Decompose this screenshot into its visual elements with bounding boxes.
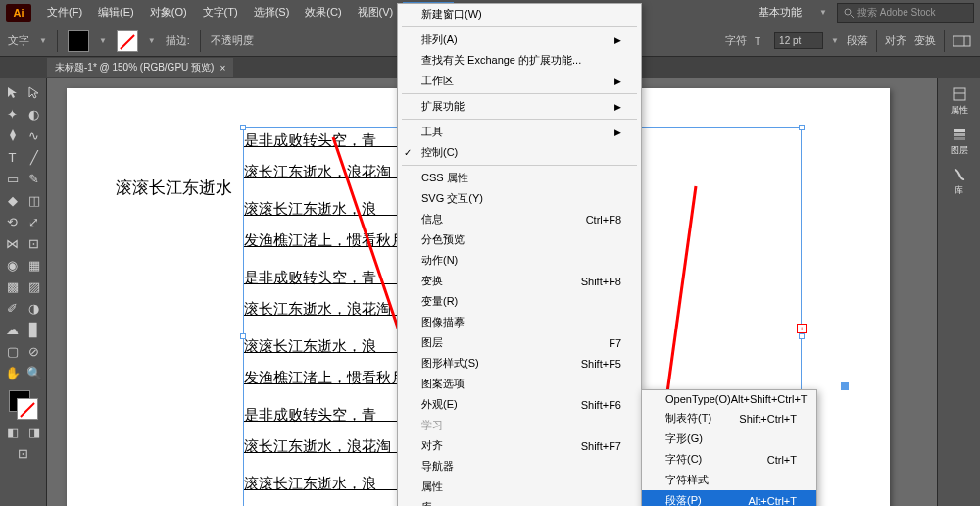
align-label[interactable]: 对齐: [885, 33, 906, 48]
anchor-point[interactable]: [841, 382, 849, 390]
tool-perspective[interactable]: ▦: [24, 255, 44, 275]
dropdown-item[interactable]: 属性: [398, 477, 641, 497]
svg-line-1: [851, 15, 854, 18]
menu-item[interactable]: 文字(T): [197, 2, 244, 23]
tool-type[interactable]: T: [3, 147, 23, 167]
tool-direct-select[interactable]: [24, 82, 44, 102]
search-input[interactable]: 搜索 Adobe Stock: [837, 3, 974, 23]
tool-eraser[interactable]: ◫: [24, 190, 44, 210]
fill-swatch[interactable]: [68, 30, 89, 52]
dropdown-item[interactable]: 工作区▶: [398, 71, 641, 91]
dropdown-item[interactable]: ✓控制(C): [398, 142, 641, 163]
dropdown-item[interactable]: 字形(G): [642, 429, 816, 449]
point-text[interactable]: 滚滚长江东逝水: [116, 177, 232, 199]
dropdown-item[interactable]: 图形样式(S)Shift+F5: [398, 353, 641, 374]
overflow-indicator[interactable]: +: [797, 324, 807, 333]
stroke-swatch[interactable]: [117, 30, 138, 52]
dropdown-item[interactable]: 导航器: [398, 456, 641, 477]
dropdown-item[interactable]: 图层F7: [398, 332, 641, 353]
para-label[interactable]: 段落: [847, 33, 868, 48]
tool-width[interactable]: ⋈: [3, 233, 23, 253]
dropdown-item[interactable]: 字符(C)Ctrl+T: [642, 449, 816, 470]
chevron-down-icon: ▼: [148, 36, 156, 45]
dropdown-item[interactable]: CSS 属性: [398, 168, 641, 188]
tool-artboard[interactable]: ▢: [3, 341, 23, 361]
dropdown-item[interactable]: 图像描摹: [398, 312, 641, 332]
color-swatches[interactable]: [9, 390, 38, 420]
document-tab[interactable]: 未标题-1* @ 150% (RGB/GPU 预览) ×: [47, 58, 233, 77]
dropdown-item[interactable]: 扩展功能▶: [398, 96, 641, 117]
tool-curvature[interactable]: ∿: [24, 126, 44, 145]
panel-tab[interactable]: 库: [938, 163, 980, 201]
tool-mesh[interactable]: ▩: [3, 277, 23, 296]
svg-rect-3: [953, 36, 970, 46]
svg-text:T: T: [755, 36, 760, 47]
mode-color[interactable]: ◧: [3, 422, 23, 441]
tool-magic-wand[interactable]: ✦: [3, 104, 23, 124]
menu-item[interactable]: 文件(F): [41, 2, 88, 23]
tool-rotate[interactable]: ⟲: [3, 212, 23, 231]
dropdown-item[interactable]: 外观(E)Shift+F6: [398, 394, 641, 415]
svg-point-0: [845, 9, 851, 15]
stroke-color[interactable]: [17, 398, 38, 420]
panel-toggle-icon[interactable]: [953, 34, 972, 48]
svg-rect-8: [954, 133, 965, 136]
dropdown-item[interactable]: 信息Ctrl+F8: [398, 209, 641, 229]
dropdown-item[interactable]: OpenType(O)Alt+Shift+Ctrl+T: [642, 390, 816, 408]
dropdown-item[interactable]: 工具▶: [398, 122, 641, 142]
screen-mode[interactable]: ⊡: [14, 443, 33, 463]
dropdown-item[interactable]: 变换Shift+F8: [398, 271, 641, 291]
tool-line[interactable]: ╱: [24, 147, 44, 167]
tool-eyedropper[interactable]: ✐: [3, 298, 23, 318]
dropdown-item[interactable]: 图案选项: [398, 374, 641, 394]
dropdown-item[interactable]: 变量(R): [398, 291, 641, 312]
tab-title: 未标题-1* @ 150% (RGB/GPU 预览): [55, 61, 214, 75]
menu-item[interactable]: 编辑(E): [92, 2, 140, 23]
tool-blend[interactable]: ◑: [24, 298, 44, 318]
svg-rect-7: [954, 129, 965, 132]
menu-item[interactable]: 选择(S): [248, 2, 296, 23]
menu-item[interactable]: 对象(O): [144, 2, 193, 23]
tool-scale[interactable]: ⤢: [24, 212, 44, 231]
tool-gradient[interactable]: ▨: [24, 277, 44, 296]
dropdown-item: 学习: [398, 415, 641, 435]
dropdown-item[interactable]: 字符样式: [642, 470, 816, 490]
panel-tab[interactable]: 属性: [938, 82, 980, 121]
tool-symbol[interactable]: ☁: [3, 320, 23, 339]
workspace-mode[interactable]: 基本功能: [751, 3, 809, 22]
dropdown-item[interactable]: 排列(A)▶: [398, 29, 641, 50]
tool-rect[interactable]: ▭: [3, 169, 23, 188]
tool-selection[interactable]: [3, 82, 23, 102]
font-size-input[interactable]: [774, 32, 823, 49]
tool-graph[interactable]: ▊: [24, 320, 44, 339]
tool-free-transform[interactable]: ⊡: [24, 233, 44, 253]
dropdown-item[interactable]: 对齐Shift+F7: [398, 435, 641, 456]
tool-shape-builder[interactable]: ◉: [3, 255, 23, 275]
dropdown-item[interactable]: 段落(P)Alt+Ctrl+T: [642, 490, 816, 506]
close-icon[interactable]: ×: [220, 63, 225, 74]
panel-tab[interactable]: 图层: [938, 123, 980, 161]
tool-hand[interactable]: ✋: [3, 363, 23, 382]
dropdown-item[interactable]: 动作(N): [398, 250, 641, 271]
menubar: 文件(F)编辑(E)对象(O)文字(T)选择(S)效果(C)视图(V)窗口(W): [41, 2, 454, 23]
dropdown-item[interactable]: SVG 交互(Y): [398, 188, 641, 209]
tool-pen[interactable]: [3, 126, 23, 145]
tool-shaper[interactable]: ◆: [3, 190, 23, 210]
transform-label[interactable]: 变换: [914, 33, 936, 48]
dropdown-item[interactable]: 制表符(T)Shift+Ctrl+T: [642, 408, 816, 429]
dropdown-item[interactable]: 查找有关 Exchange 的扩展功能...: [398, 50, 641, 71]
dropdown-item[interactable]: 分色预览: [398, 229, 641, 250]
tool-lasso[interactable]: ◐: [24, 104, 44, 124]
dropdown-item[interactable]: 库: [398, 497, 641, 506]
menu-item[interactable]: 视图(V): [352, 2, 400, 23]
window-menu-dropdown: 新建窗口(W)排列(A)▶查找有关 Exchange 的扩展功能...工作区▶扩…: [397, 3, 642, 506]
dropdown-item[interactable]: 新建窗口(W): [398, 4, 641, 25]
tool-brush[interactable]: ✎: [24, 169, 44, 188]
search-placeholder: 搜索 Adobe Stock: [858, 6, 935, 20]
font-size-icon: T: [755, 35, 766, 47]
tool-slice[interactable]: ⊘: [24, 341, 44, 361]
mode-gradient[interactable]: ◨: [24, 422, 44, 441]
menu-item[interactable]: 效果(C): [299, 2, 347, 23]
char-label[interactable]: 字符: [725, 33, 747, 48]
tool-zoom[interactable]: 🔍: [24, 363, 44, 382]
